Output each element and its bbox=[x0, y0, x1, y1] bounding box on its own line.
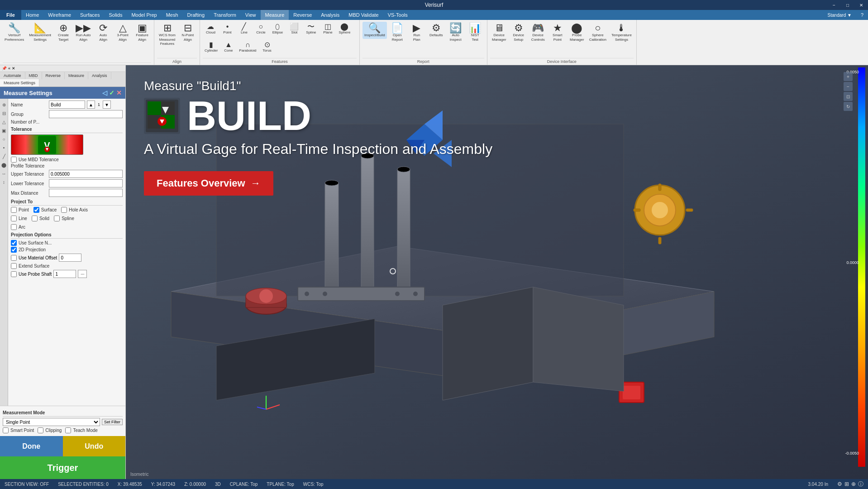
panel-icon-1[interactable]: ⊕ bbox=[0, 101, 8, 108]
menu-wireframe[interactable]: Wireframe bbox=[43, 10, 76, 20]
trigger-button[interactable]: Trigger bbox=[0, 456, 125, 479]
spline-checkbox[interactable] bbox=[54, 216, 60, 221]
ribbon-device-manager[interactable]: 🖥 DeviceManager bbox=[490, 22, 508, 43]
menu-drafting[interactable]: Drafting bbox=[183, 10, 210, 20]
tab-measure-settings[interactable]: Measure Settings bbox=[0, 79, 39, 86]
panel-back-btn[interactable]: ◁ bbox=[102, 89, 107, 96]
ribbon-cylinder[interactable]: ▮ Cylinder bbox=[203, 40, 219, 54]
ribbon-auto-inspect[interactable]: 🔄 AutoInspect bbox=[447, 22, 465, 43]
ribbon-3point-align[interactable]: △ 3-PointAlign bbox=[114, 22, 132, 43]
menu-help[interactable]: ? bbox=[856, 10, 868, 20]
panel-icon-6[interactable]: • bbox=[0, 144, 8, 151]
upper-tol-input[interactable]: 0.005000 bbox=[49, 170, 123, 178]
line-checkbox[interactable] bbox=[11, 216, 17, 221]
ribbon-paraboloid[interactable]: ∩ Paraboloid bbox=[237, 40, 258, 54]
features-overview-button[interactable]: Features Overview → bbox=[144, 171, 273, 196]
menu-standard[interactable]: Standard ▼ bbox=[823, 10, 856, 20]
ribbon-device-controls[interactable]: 🎮 DeviceControls bbox=[529, 22, 547, 43]
panel-icon-9[interactable]: ↔ bbox=[0, 170, 8, 177]
ribbon-cloud[interactable]: ☁ Cloud bbox=[203, 22, 219, 36]
ribbon-circle[interactable]: ○ Circle bbox=[253, 22, 269, 36]
ribbon-defaults[interactable]: ⚙ Defaults bbox=[427, 22, 445, 39]
probe-shaft-dots[interactable]: ··· bbox=[78, 270, 87, 278]
menu-vstools[interactable]: VS-Tools bbox=[383, 10, 412, 20]
point-checkbox[interactable] bbox=[11, 207, 17, 213]
menu-mbd[interactable]: MBD Validate bbox=[344, 10, 383, 20]
menu-surfaces[interactable]: Surfaces bbox=[76, 10, 104, 20]
ribbon-torus[interactable]: ⊙ Torus bbox=[259, 40, 275, 54]
mat-offset-checkbox[interactable] bbox=[11, 255, 17, 261]
done-button[interactable]: Done bbox=[0, 436, 63, 456]
menu-reverse[interactable]: Reverse bbox=[289, 10, 316, 20]
ribbon-probe-manager[interactable]: ⬤ ProbeManager bbox=[568, 22, 586, 43]
2d-proj-checkbox[interactable] bbox=[11, 247, 17, 253]
close-button[interactable]: ✕ bbox=[854, 0, 868, 10]
group-input[interactable] bbox=[49, 110, 123, 118]
set-filter-btn[interactable]: Set Filter bbox=[102, 419, 123, 425]
ribbon-measurement-settings[interactable]: 📐 MeasurementSettings bbox=[27, 22, 53, 43]
close-panel-icon[interactable]: ✕ bbox=[12, 66, 15, 71]
ribbon-slot[interactable]: ⬜ Slot bbox=[286, 22, 302, 36]
minimize-button[interactable]: − bbox=[827, 0, 841, 10]
status-grid-icon[interactable]: ⊞ bbox=[844, 481, 849, 487]
mat-offset-input[interactable] bbox=[59, 254, 81, 262]
collapse-arrows[interactable]: « bbox=[8, 66, 10, 71]
name-input[interactable] bbox=[49, 101, 85, 109]
menu-analysis[interactable]: Analysis bbox=[316, 10, 344, 20]
panel-icon-8[interactable]: ⬤ bbox=[0, 161, 8, 168]
arc-checkbox[interactable] bbox=[11, 224, 17, 230]
panel-icon-3[interactable]: △ bbox=[0, 118, 8, 125]
panel-check-btn[interactable]: ✓ bbox=[109, 89, 114, 96]
tab-analysis[interactable]: Analysis bbox=[88, 72, 111, 79]
ribbon-verisurf-prefs[interactable]: 🔧 VerisurfPreferences bbox=[3, 22, 26, 43]
ribbon-sphere[interactable]: ⬤ Sphere bbox=[337, 22, 353, 36]
name-spinner-up[interactable]: ▲ bbox=[87, 101, 95, 109]
ribbon-ellipse[interactable]: ⬯ Ellipse bbox=[270, 22, 286, 36]
panel-icon-4[interactable]: ▣ bbox=[0, 127, 8, 134]
menu-view[interactable]: View bbox=[241, 10, 261, 20]
extend-surface-checkbox[interactable] bbox=[11, 263, 17, 269]
status-zoom-icon[interactable]: ⊕ bbox=[851, 481, 856, 487]
menu-modelprep[interactable]: Model Prep bbox=[127, 10, 161, 20]
lower-tol-input[interactable] bbox=[49, 179, 123, 187]
tab-measure[interactable]: Measure bbox=[65, 72, 88, 79]
panel-icon-5[interactable]: ○ bbox=[0, 135, 8, 143]
ribbon-create-target[interactable]: ⊕ CreateTarget bbox=[54, 22, 72, 43]
tab-mbd[interactable]: MBD bbox=[25, 72, 42, 79]
ribbon-temp-settings[interactable]: 🌡 TemperatureSettings bbox=[610, 22, 634, 43]
ribbon-plane[interactable]: ◫ Plane bbox=[320, 22, 336, 36]
ribbon-feature-align[interactable]: ▣ FeatureAlign bbox=[133, 22, 151, 43]
undo-button[interactable]: Undo bbox=[63, 436, 126, 456]
ribbon-run-plan[interactable]: ▶ RunPlan bbox=[408, 22, 426, 43]
maximize-button[interactable]: □ bbox=[841, 0, 854, 10]
menu-transform[interactable]: Transform bbox=[209, 10, 241, 20]
ribbon-open-report[interactable]: 📄 OpenReport bbox=[388, 22, 406, 43]
ribbon-line[interactable]: ╱ Line bbox=[236, 22, 252, 36]
tab-reverse[interactable]: Reverse bbox=[42, 72, 65, 79]
smart-point-checkbox[interactable] bbox=[3, 427, 9, 433]
zoom-out-icon[interactable]: − bbox=[844, 82, 853, 91]
tab-automate[interactable]: Automate bbox=[0, 72, 25, 79]
hole-axis-checkbox[interactable] bbox=[61, 207, 67, 213]
menu-mesh[interactable]: Mesh bbox=[162, 10, 183, 20]
rotate-icon[interactable]: ↻ bbox=[844, 102, 853, 111]
surface-checkbox[interactable] bbox=[33, 207, 39, 213]
name-spinner-down[interactable]: ▼ bbox=[103, 101, 111, 109]
ribbon-nist-test[interactable]: 📊 NISTTest bbox=[466, 22, 484, 43]
solid-checkbox[interactable] bbox=[32, 216, 38, 221]
panel-icon-7[interactable]: ╱ bbox=[0, 153, 8, 160]
collapse-pin-icon[interactable]: 📌 bbox=[2, 66, 7, 71]
ribbon-point[interactable]: • Point bbox=[219, 22, 235, 36]
ribbon-wcs-measured[interactable]: ⊞ WCS fromMeasuredFeatures bbox=[157, 22, 177, 48]
use-mbd-tol-checkbox[interactable] bbox=[11, 157, 17, 163]
ribbon-auto-align[interactable]: ⟳ AutoAlign bbox=[94, 22, 112, 43]
measure-mode-select[interactable]: Single Point Continuous Scanning bbox=[3, 418, 100, 426]
teach-mode-checkbox[interactable] bbox=[65, 427, 71, 433]
clipping-checkbox[interactable] bbox=[38, 427, 43, 433]
menu-measure[interactable]: Measure bbox=[261, 10, 289, 20]
ribbon-sphere-cal[interactable]: ○ SphereCalibration bbox=[587, 22, 608, 43]
zoom-in-icon[interactable]: + bbox=[844, 72, 853, 81]
probe-shaft-checkbox[interactable] bbox=[11, 271, 17, 277]
menu-file[interactable]: File bbox=[0, 10, 21, 20]
menu-solids[interactable]: Solids bbox=[104, 10, 127, 20]
